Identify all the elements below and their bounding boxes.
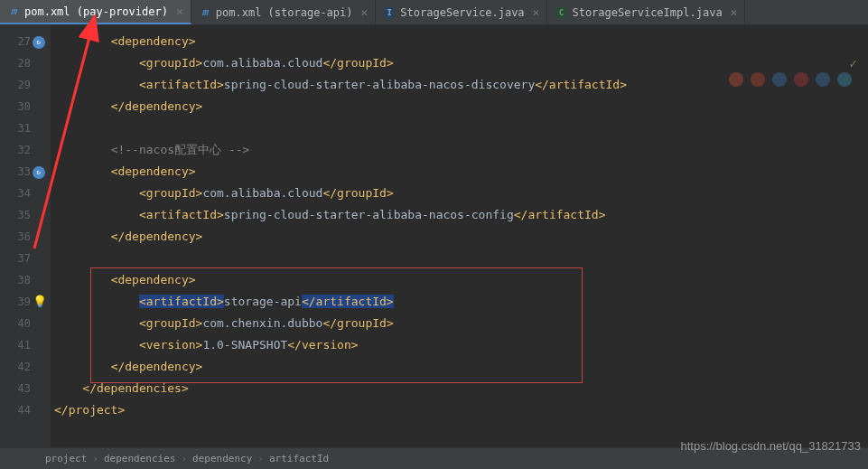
tab-label: pom.xml (pay-provider) bbox=[24, 5, 168, 18]
line-number: 31 bbox=[0, 117, 51, 139]
tab-label: pom.xml (storage-api) bbox=[216, 6, 353, 19]
code-line: </dependency> bbox=[51, 356, 868, 378]
line-number: 41 bbox=[0, 334, 51, 356]
tab-label: StorageService.java bbox=[400, 6, 524, 19]
code-line: <groupId>com.alibaba.cloud</groupId> bbox=[51, 183, 868, 204]
watermark: https://blog.csdn.net/qq_31821733 bbox=[681, 439, 862, 453]
code-line: <!--nacos配置中心 --> bbox=[51, 139, 868, 161]
editor-tabs: m pom.xml (pay-provider) × m pom.xml (st… bbox=[0, 0, 868, 25]
gutter-mark-icon[interactable]: ↻ bbox=[33, 166, 45, 179]
code-line bbox=[51, 117, 868, 139]
breadcrumb-item[interactable]: project bbox=[43, 453, 89, 464]
close-icon[interactable]: × bbox=[176, 5, 183, 18]
bulb-icon[interactable]: 💡 bbox=[33, 291, 47, 313]
breadcrumb-item[interactable]: dependency bbox=[191, 453, 254, 464]
chevron-right-icon: › bbox=[92, 453, 98, 464]
line-number: 35 bbox=[0, 204, 51, 226]
chevron-right-icon: › bbox=[257, 453, 264, 464]
ie-icon[interactable] bbox=[816, 72, 830, 87]
line-number: 37 bbox=[0, 248, 51, 269]
line-number: 29 bbox=[0, 74, 51, 96]
code-line: <artifactId>storage-api</artifactId> bbox=[51, 291, 868, 313]
maven-icon: m bbox=[199, 6, 211, 19]
chevron-right-icon: › bbox=[181, 453, 187, 464]
tab-storage-service[interactable]: I StorageService.java × bbox=[376, 0, 547, 24]
code-line: <dependency> bbox=[51, 31, 868, 52]
chrome-icon[interactable] bbox=[729, 72, 743, 87]
line-number: 36 bbox=[0, 226, 51, 248]
code-line bbox=[51, 248, 868, 269]
edge-icon[interactable] bbox=[837, 72, 852, 87]
line-number: 38 bbox=[0, 269, 51, 291]
tab-storage-service-impl[interactable]: C StorageServiceImpl.java × bbox=[547, 0, 745, 24]
code-line: </dependency> bbox=[51, 226, 868, 248]
code-line: <artifactId>spring-cloud-starter-alibaba… bbox=[51, 204, 868, 226]
inspection-ok-icon[interactable]: ✓ bbox=[850, 56, 857, 70]
line-number: 34 bbox=[0, 183, 51, 204]
tab-label: StorageServiceImpl.java bbox=[572, 6, 722, 19]
breadcrumb-item[interactable]: dependencies bbox=[102, 453, 177, 464]
code-line: <version>1.0-SNAPSHOT</version> bbox=[51, 334, 868, 356]
close-icon[interactable]: × bbox=[533, 5, 540, 19]
code-line: <groupId>com.alibaba.cloud</groupId> bbox=[51, 52, 868, 74]
code-line: </dependency> bbox=[51, 96, 868, 117]
line-number: 40 bbox=[0, 313, 51, 334]
java-class-icon: C bbox=[555, 6, 567, 19]
code-line: <groupId>com.chenxin.dubbo</groupId> bbox=[51, 313, 868, 334]
tab-pom-pay-provider[interactable]: m pom.xml (pay-provider) × bbox=[0, 0, 191, 24]
opera-icon[interactable] bbox=[794, 72, 808, 87]
code-line: </project> bbox=[51, 399, 868, 421]
close-icon[interactable]: × bbox=[731, 5, 738, 19]
code-area[interactable]: <dependency> <groupId>com.alibaba.cloud<… bbox=[51, 25, 868, 447]
close-icon[interactable]: × bbox=[361, 5, 369, 19]
tab-pom-storage-api[interactable]: m pom.xml (storage-api) × bbox=[191, 0, 377, 24]
gutter-mark-icon[interactable]: ↻ bbox=[33, 36, 45, 49]
line-number: 42 bbox=[0, 356, 51, 378]
gutter: 27 28 29 30 31 32 33 34 35 36 37 38 39 4… bbox=[0, 25, 51, 447]
code-line: </dependencies> bbox=[51, 378, 868, 399]
line-number: 43 bbox=[0, 378, 51, 399]
line-number: 28 bbox=[0, 52, 51, 74]
breadcrumb-item[interactable]: artifactId bbox=[267, 453, 331, 464]
firefox-icon[interactable] bbox=[751, 72, 765, 87]
maven-icon: m bbox=[7, 5, 20, 18]
java-interface-icon: I bbox=[383, 6, 396, 19]
code-line: <dependency> bbox=[51, 269, 868, 291]
line-number: 44 bbox=[0, 399, 51, 421]
line-number: 32 bbox=[0, 139, 51, 161]
editor-container: 27 28 29 30 31 32 33 34 35 36 37 38 39 4… bbox=[0, 25, 868, 447]
line-number: 30 bbox=[0, 96, 51, 117]
browser-preview-icons bbox=[729, 72, 852, 87]
code-line: <dependency> bbox=[51, 161, 868, 183]
safari-icon[interactable] bbox=[772, 72, 787, 87]
line-number bbox=[0, 421, 51, 443]
